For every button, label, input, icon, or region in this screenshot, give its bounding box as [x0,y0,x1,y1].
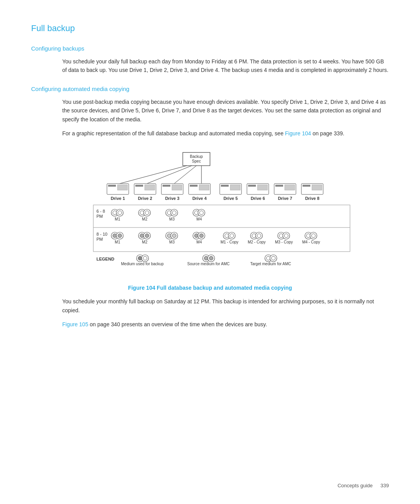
backup-spec-label-2: Spec [192,159,201,163]
post-figure-paragraph-2: Figure 105 on page 340 presents an overv… [62,320,389,329]
legend-source-inner2 [209,256,213,260]
figure-caption: Figure 104 Full database backup and auto… [31,285,389,291]
m3copy-b-inner [284,234,288,238]
drive5-tape [221,185,229,187]
backup-spec-label-1: Backup [190,154,203,159]
drive7-slot [285,185,295,190]
figure-105-link[interactable]: Figure 105 [62,321,88,327]
row-6-8pm [93,205,350,228]
time-label-6-8: 6 - 8 [96,209,105,214]
m1-label: M1 [115,217,120,221]
r2-m3-label: M3 [169,240,175,244]
row-8-10pm [93,228,350,252]
time-label-pm-1: PM [96,214,103,219]
section-configuring-backups: Configuring backups You schedule your da… [31,45,389,75]
r2-m3b-inner [172,234,176,238]
drive7-tape [275,185,283,187]
legend-label: LEGEND [96,257,114,261]
r2-m1-label: M1 [115,240,120,244]
footer-page: 339 [380,483,389,488]
drive2-label: Drive 2 [138,196,152,201]
page-footer: Concepts guide 339 [338,483,389,488]
section-configuring-amc: Configuring automated media copying You … [31,86,389,138]
drive6-slot [257,185,268,190]
section-heading-backups: Configuring backups [31,45,389,52]
legend-target-text: Target medium for AMC [250,262,291,266]
main-title: Full backup [31,23,389,33]
drive2-tape [135,185,143,187]
drive1-tape [108,185,116,187]
drive5-slot [230,185,240,190]
figure-104-link[interactable]: Figure 104 [285,130,311,136]
drive4-label: Drive 4 [192,196,207,201]
m3-label: M3 [169,217,175,221]
m1copy-b-inner [230,234,234,238]
post-figure-paragraph-1: You schedule your monthly full backup on… [62,297,389,315]
drive1-slot [117,185,128,190]
diagram-container: Backup Spec Drive 1 Drive 2 [31,149,389,277]
r2-m4b-inner [200,234,203,238]
m3copy-label: M3 - Copy [275,240,293,244]
backup-diagram: Backup Spec Drive 1 Drive 2 [62,149,358,277]
drive4-slot [199,185,209,190]
m2b-inner [145,211,149,215]
legend-source-text: Source medium for AMC [187,262,230,266]
drive8-tape [303,185,310,187]
m1b-inner [118,211,122,215]
backups-paragraph-1: You schedule your daily full backup each… [62,57,389,75]
time-label-8-10: 8 - 10 [96,232,107,236]
footer-guide: Concepts guide [338,483,373,488]
legend-backup-inner2 [143,256,147,260]
m2copy-b-inner [257,234,261,238]
legend-target-inner2 [271,256,275,260]
m4b-inner [200,211,203,215]
drive8-slot [312,185,322,190]
m4copy-label: M4 - Copy [302,240,320,244]
r2-m1b-inner [118,234,122,238]
section-heading-amc: Configuring automated media copying [31,86,389,92]
drive5-label: Drive 5 [224,196,238,201]
drive3-label: Drive 3 [165,196,180,201]
r2-m2-label: M2 [142,240,147,244]
r2-m4-label: M4 [196,240,202,244]
m2copy-label: M2 - Copy [248,240,266,244]
drive4-tape [190,185,198,187]
m4-label: M4 [196,217,202,221]
m3b-inner [172,211,176,215]
time-label-pm-2: PM [96,237,103,242]
drive1-label: Drive 1 [111,196,125,201]
r2-m2b-inner [145,234,149,238]
m4copy-b-inner [312,234,315,238]
drive6-tape [248,185,256,187]
page-content: Full backup Configuring backups You sche… [0,0,420,366]
amc-paragraph-2: For a graphic representation of the full… [62,129,389,138]
legend-backup-text: Medium used for backup [121,262,164,266]
m1copy-label: M1 - Copy [220,240,238,244]
time-rows-border [93,205,350,252]
amc-paragraph-1: You use post-backup media copying becaus… [62,98,389,124]
drive6-label: Drive 6 [251,196,265,201]
drive7-label: Drive 7 [278,196,292,201]
drive2-slot [145,185,155,190]
drive8-label: Drive 8 [305,196,320,201]
drive3-tape [163,185,170,187]
drive3-slot [172,185,182,190]
m2-label: M2 [142,217,147,221]
